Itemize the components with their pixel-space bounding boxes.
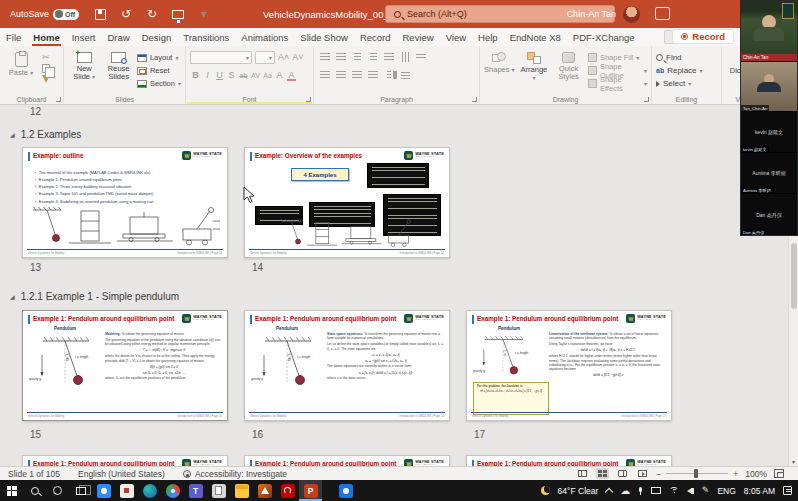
slide-thumbnail-20-partial[interactable]: Example 1: Pendulum around equilibrium p… — [466, 455, 672, 466]
decrease-indent-icon[interactable] — [350, 51, 364, 63]
layout-button[interactable]: Layout▾ — [137, 51, 181, 64]
text-direction-icon[interactable] — [398, 51, 412, 63]
edge-app-button[interactable] — [138, 480, 161, 501]
zoom-app-button[interactable] — [92, 480, 115, 501]
record-button[interactable]: Record — [672, 29, 734, 44]
tab-animations[interactable]: Animations — [235, 28, 294, 46]
find-button[interactable]: Find — [656, 51, 717, 64]
character-spacing-button[interactable]: AV — [250, 69, 261, 81]
meeting-app-button[interactable] — [334, 480, 357, 501]
tab-review[interactable]: Review — [397, 28, 440, 46]
tab-record[interactable]: Record — [354, 28, 397, 46]
normal-view-button[interactable] — [576, 468, 589, 479]
align-right-icon[interactable] — [350, 69, 364, 81]
highlight-color-button[interactable]: A — [274, 69, 285, 81]
align-center-icon[interactable] — [334, 69, 348, 81]
participant-tile-2[interactable]: Tan_Chin-An — [741, 62, 797, 112]
slide-thumbnail-14[interactable]: Example: Overview of the examples W WAYN… — [244, 147, 450, 258]
align-text-icon[interactable] — [414, 51, 428, 63]
columns-icon[interactable] — [382, 69, 396, 81]
shrink-font-button[interactable]: A˅ — [292, 51, 303, 63]
section-header-examples[interactable]: ◢ 1.2 Examples — [10, 129, 81, 140]
text-shadow-button[interactable]: S — [226, 69, 237, 81]
line-spacing-icon[interactable] — [382, 51, 396, 63]
strikethrough-button[interactable]: ab — [238, 69, 249, 81]
file-explorer-button[interactable] — [230, 480, 253, 501]
slide-thumbnail-19-partial[interactable]: Example 1: Pendulum around equilibrium p… — [244, 455, 450, 466]
task-view-button[interactable] — [69, 480, 92, 501]
slide-thumbnail-13[interactable]: Example: outline W WAYNE STATEUNIVERSITY… — [22, 147, 228, 258]
justify-icon[interactable] — [366, 69, 380, 81]
tab-help[interactable]: Help — [472, 28, 504, 46]
tab-file[interactable]: File — [0, 28, 27, 46]
font-size-combo[interactable]: ▾ — [255, 51, 275, 64]
change-case-button[interactable]: Aa — [262, 69, 273, 81]
paragraph-dialog-launcher-icon[interactable] — [472, 97, 477, 102]
tab-home[interactable]: Home — [27, 28, 65, 46]
increase-indent-icon[interactable] — [366, 51, 380, 63]
section-collapse-icon[interactable]: ◢ — [10, 131, 15, 138]
select-button[interactable]: Select▾ — [656, 77, 717, 90]
tray-microphone-icon[interactable] — [638, 487, 643, 495]
video-call-panel[interactable]: Chin-An Tan Tan_Chin-An kevin 赵延文 kevin … — [740, 0, 798, 236]
zoom-out-button[interactable]: − — [656, 469, 661, 479]
save-icon[interactable] — [93, 7, 107, 21]
participant-tile-4[interactable]: Auntina 李昕姮 Auntina 李昕姮 — [741, 153, 797, 194]
accessibility-checker[interactable]: Accessibility: Investigate — [183, 469, 287, 479]
chrome-app-button[interactable] — [161, 480, 184, 501]
display-icon[interactable] — [651, 487, 661, 494]
participant-tile-1[interactable]: Chin-An Tan — [741, 1, 797, 62]
action-center-icon[interactable] — [783, 486, 792, 495]
qat-customize-chevron-icon[interactable]: ▾ — [197, 7, 211, 21]
notes-app-button[interactable] — [115, 480, 138, 501]
align-left-icon[interactable] — [318, 69, 332, 81]
onedrive-cloud-icon[interactable]: ☁ — [620, 486, 630, 496]
tab-endnote[interactable]: EndNote X8 — [504, 28, 567, 46]
start-presentation-icon[interactable] — [171, 7, 185, 21]
numbering-icon[interactable] — [334, 51, 348, 63]
scrollbar-down-arrow-icon[interactable]: ▾ — [789, 458, 798, 465]
zoom-in-button[interactable]: + — [733, 469, 738, 479]
acrobat-app-button[interactable] — [276, 480, 299, 501]
section-collapse-icon[interactable]: ◢ — [10, 293, 15, 300]
tab-pdf-xchange[interactable]: PDF-XChange — [567, 28, 641, 46]
tab-design[interactable]: Design — [136, 28, 178, 46]
slide-sorter-view-button[interactable] — [596, 468, 609, 479]
language-indicator[interactable]: English (United States) — [78, 469, 165, 479]
slide-thumbnail-17[interactable]: Example 1: Pendulum around equilibrium p… — [466, 310, 672, 421]
shape-effects-button[interactable]: Shape Effects▾ — [588, 77, 647, 90]
reading-view-button[interactable] — [616, 468, 629, 479]
pen-icon[interactable]: ✎ — [702, 486, 710, 495]
tab-transitions[interactable]: Transitions — [177, 28, 235, 46]
bullets-icon[interactable] — [318, 51, 332, 63]
section-header-example1[interactable]: ◢ 1.2.1 Example 1 - Simple pendulum — [10, 291, 179, 302]
zoom-level[interactable]: 100% — [745, 469, 767, 479]
zoom-slider-thumb[interactable] — [694, 469, 698, 478]
smartart-convert-icon[interactable] — [398, 69, 412, 81]
scrollbar-thumb[interactable] — [791, 243, 797, 309]
font-color-button[interactable]: A — [286, 69, 297, 81]
participant-tile-3[interactable]: kevin 赵延文 kevin 赵延文 — [741, 112, 797, 153]
autosave-toggle[interactable]: AutoSave Off — [10, 9, 79, 20]
replace-button[interactable]: abReplace▾ — [656, 64, 717, 77]
quick-styles-button[interactable]: Quick Styles — [553, 49, 584, 90]
section-button[interactable]: Section▾ — [137, 77, 181, 90]
copy-icon[interactable] — [42, 64, 50, 73]
undo-icon[interactable]: ↺ — [119, 7, 133, 21]
slide-thumbnail-15[interactable]: Example 1: Pendulum around equilibrium p… — [22, 310, 228, 421]
arrange-button[interactable]: Arrange ▾ — [519, 49, 550, 90]
tab-view[interactable]: View — [440, 28, 472, 46]
shapes-button[interactable]: Shapes ▾ — [484, 49, 515, 90]
document-app-button[interactable] — [207, 480, 230, 501]
speaker-icon[interactable] — [687, 488, 694, 494]
italic-button[interactable]: I — [202, 69, 213, 81]
account-button[interactable]: Chin-An Tan — [567, 0, 640, 28]
taskbar-search-button[interactable] — [23, 480, 46, 501]
slide-sorter-canvas[interactable]: 12 ◢ 1.2 Examples Example: outline W WAY… — [0, 105, 798, 466]
clock[interactable]: 8:05 AM — [744, 486, 775, 496]
cut-icon[interactable]: ✂ — [42, 52, 50, 62]
powerpoint-app-button[interactable]: P — [299, 480, 322, 501]
start-button[interactable] — [0, 480, 23, 501]
zoom-slider[interactable] — [666, 473, 728, 475]
font-dialog-launcher-icon[interactable] — [306, 97, 311, 102]
